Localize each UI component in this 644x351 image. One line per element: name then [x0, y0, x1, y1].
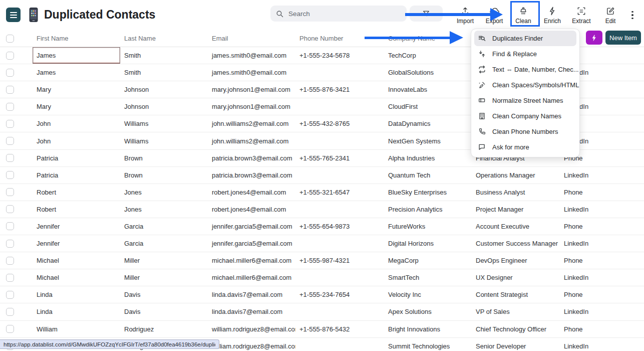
cell-last-name[interactable]: Williams — [120, 115, 208, 132]
menu-item-normalize-street-names[interactable]: Normalize Street Names — [474, 93, 576, 108]
cell-last-name[interactable]: Rodriguez — [120, 321, 208, 337]
cell-first-name[interactable]: Mary — [33, 98, 120, 115]
cell-company-name[interactable]: NextGen Systems — [384, 132, 472, 149]
cell-company-name[interactable]: Precision Analytics — [384, 201, 472, 218]
cell-last-name[interactable]: Jones — [120, 201, 208, 218]
cell-source[interactable]: LinkedIn — [560, 269, 644, 286]
cell-phone-number[interactable]: +1-555-432-8765 — [295, 115, 384, 132]
cell-phone-number[interactable]: +1-555-654-9873 — [295, 218, 384, 235]
cell-phone-number[interactable]: +1-555-987-4321 — [295, 252, 384, 269]
cell-source[interactable]: LinkedIn — [560, 303, 644, 320]
cell-first-name[interactable]: John — [33, 132, 120, 149]
cell-last-name[interactable]: Brown — [120, 150, 208, 166]
cell-email[interactable]: patricia.brown3@email.com — [208, 167, 295, 184]
cell-phone-number[interactable]: +1-555-876-5432 — [295, 321, 384, 337]
cell-company-name[interactable]: TechCorp — [384, 47, 472, 64]
cell-job-title[interactable]: Senior Developer — [472, 338, 560, 351]
row-checkbox[interactable] — [6, 188, 14, 196]
cell-company-name[interactable]: Velocity Inc — [384, 286, 472, 303]
cell-job-title[interactable]: Operations Manager — [472, 167, 560, 184]
cell-first-name[interactable]: Patricia — [33, 150, 120, 166]
cell-phone-number[interactable]: +1-555-234-7654 — [295, 286, 384, 303]
cell-email[interactable]: william.rodriguez8@email.com — [208, 338, 295, 351]
cell-phone-number[interactable] — [295, 64, 384, 81]
row-checkbox[interactable] — [6, 52, 14, 60]
row-checkbox[interactable] — [6, 325, 14, 333]
cell-source[interactable]: LinkedIn — [560, 338, 644, 351]
select-all-checkbox[interactable] — [6, 35, 14, 43]
cell-first-name[interactable]: John — [33, 115, 120, 132]
cell-phone-number[interactable]: +1-555-321-6547 — [295, 184, 384, 201]
cell-email[interactable]: robert.jones4@email.com — [208, 201, 295, 218]
cell-job-title[interactable]: Business Analyst — [472, 184, 560, 201]
new-item-button[interactable]: New Item — [605, 31, 641, 45]
cell-phone-number[interactable] — [295, 98, 384, 115]
row-checkbox[interactable] — [6, 171, 14, 179]
cell-job-title[interactable]: Customer Success Manager — [472, 235, 560, 252]
cell-first-name[interactable]: Linda — [33, 303, 120, 320]
cell-phone-number[interactable] — [295, 303, 384, 320]
cell-phone-number[interactable] — [295, 201, 384, 218]
cell-first-name[interactable]: James — [33, 64, 120, 81]
cell-first-name[interactable]: Linda — [33, 286, 120, 303]
row-checkbox[interactable] — [6, 86, 14, 94]
menu-item-clean-company-names[interactable]: Clean Company Names — [474, 108, 576, 124]
toolbar-button-enrich[interactable]: Enrich — [538, 2, 567, 28]
cell-email[interactable]: mary.johnson1@email.com — [208, 98, 295, 115]
row-checkbox[interactable] — [6, 120, 14, 128]
row-checkbox[interactable] — [6, 308, 14, 316]
cell-job-title[interactable]: Account Executive — [472, 218, 560, 235]
cell-source[interactable]: Phone — [560, 321, 644, 337]
cell-email[interactable]: james.smith0@email.com — [208, 47, 295, 64]
more-options-kebab-button[interactable] — [626, 8, 639, 22]
cell-email[interactable]: patricia.brown3@email.com — [208, 150, 295, 166]
cell-source[interactable]: LinkedIn — [560, 235, 644, 252]
cell-email[interactable]: michael.miller6@email.com — [208, 269, 295, 286]
column-header-first-name[interactable]: First Name — [33, 35, 120, 42]
row-checkbox[interactable] — [6, 274, 14, 282]
cell-phone-number[interactable] — [295, 269, 384, 286]
cell-last-name[interactable]: Garcia — [120, 218, 208, 235]
cell-last-name[interactable]: Miller — [120, 252, 208, 269]
toolbar-button-extract[interactable]: Extract — [567, 2, 596, 28]
cell-company-name[interactable]: FutureWorks — [384, 218, 472, 235]
row-checkbox[interactable] — [6, 222, 14, 230]
menu-item-clean-phone-numbers[interactable]: Clean Phone Numbers — [474, 124, 576, 139]
ai-magic-button[interactable] — [586, 31, 602, 45]
cell-email[interactable]: jennifer.garcia5@email.com — [208, 235, 295, 252]
cell-source[interactable]: Phone — [560, 286, 644, 303]
cell-last-name[interactable]: Miller — [120, 269, 208, 286]
cell-last-name[interactable]: Johnson — [120, 98, 208, 115]
cell-company-name[interactable]: InnovateLabs — [384, 81, 472, 98]
row-checkbox[interactable] — [6, 291, 14, 299]
cell-job-title[interactable]: Project Manager — [472, 201, 560, 218]
cell-last-name[interactable]: Brown — [120, 167, 208, 184]
cell-email[interactable]: michael.miller6@email.com — [208, 252, 295, 269]
cell-email[interactable]: william.rodriguez8@email.com — [208, 321, 295, 337]
cell-first-name[interactable]: Michael — [33, 252, 120, 269]
cell-company-name[interactable]: Summit Technologies — [384, 338, 472, 351]
cell-company-name[interactable]: CloudFirst — [384, 98, 472, 115]
cell-company-name[interactable]: GlobalSolutions — [384, 64, 472, 81]
cell-phone-number[interactable] — [295, 338, 384, 351]
cell-job-title[interactable]: UX Designer — [472, 269, 560, 286]
cell-source[interactable]: Phone — [560, 252, 644, 269]
cell-job-title[interactable]: DevOps Engineer — [472, 252, 560, 269]
cell-first-name[interactable]: Patricia — [33, 167, 120, 184]
cell-first-name[interactable]: James — [33, 47, 120, 64]
cell-company-name[interactable]: BlueSky Enterprises — [384, 184, 472, 201]
cell-last-name[interactable]: Jones — [120, 184, 208, 201]
cell-first-name[interactable]: Robert — [33, 201, 120, 218]
hamburger-menu-button[interactable] — [6, 8, 21, 22]
cell-first-name[interactable]: Jennifer — [33, 235, 120, 252]
cell-email[interactable]: mary.johnson1@email.com — [208, 81, 295, 98]
cell-email[interactable]: linda.davis7@email.com — [208, 286, 295, 303]
row-checkbox[interactable] — [6, 137, 14, 145]
column-header-last-name[interactable]: Last Name — [120, 35, 208, 42]
cell-company-name[interactable]: MegaCorp — [384, 252, 472, 269]
cell-source[interactable]: Phone — [560, 218, 644, 235]
cell-company-name[interactable]: Digital Horizons — [384, 235, 472, 252]
row-checkbox[interactable] — [6, 103, 14, 111]
cell-job-title[interactable]: Content Strategist — [472, 286, 560, 303]
cell-first-name[interactable]: Jennifer — [33, 218, 120, 235]
